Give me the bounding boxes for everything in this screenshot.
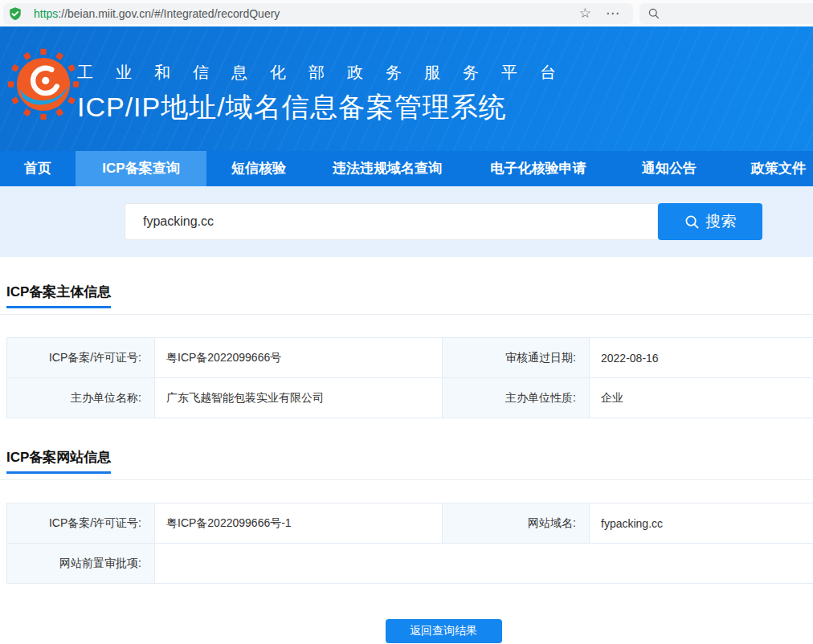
table-row: ICP备案/许可证号:粤ICP备2022099666号-1网站域名:fypack… (7, 503, 813, 544)
nav-item-home[interactable]: 首页 (0, 151, 76, 186)
system-title: ICP/IP地址/域名信息备案管理系统 (77, 89, 578, 126)
browser-search-box[interactable] (639, 3, 813, 24)
field-label: 网站前置审批项: (7, 544, 155, 584)
security-shield-icon (8, 6, 22, 21)
search-button[interactable]: 搜索 (658, 203, 762, 240)
field-label: ICP备案/许可证号: (7, 503, 155, 544)
nav-item-icp-record-query[interactable]: ICP备案查询 (76, 151, 206, 186)
field-value: 粤ICP备2022099666号 (155, 338, 443, 378)
section-divider (0, 314, 813, 315)
main-nav: 首页ICP备案查询短信核验违法违规域名查询电子化核验申请通知公告政策文件 (0, 151, 813, 186)
website-info-table: ICP备案/许可证号:粤ICP备2022099666号-1网站域名:fypack… (6, 503, 813, 584)
back-to-results-button[interactable]: 返回查询结果 (386, 619, 502, 643)
field-label: 主办单位性质: (443, 378, 590, 418)
field-value: 企业 (590, 378, 813, 418)
field-value: fypacking.cc (590, 503, 813, 544)
site-header: 工业和信息化部政务服务平台 ICP/IP地址/域名信息备案管理系统 (0, 26, 813, 151)
nav-item-e-verify-apply[interactable]: 电子化核验申请 (464, 151, 613, 186)
nav-item-policy-files[interactable]: 政策文件 (725, 151, 813, 186)
field-label: 主办单位名称: (7, 378, 155, 418)
url-display[interactable]: https://beian.miit.gov.cn/#/Integrated/r… (34, 7, 572, 20)
nav-item-illegal-domain-query[interactable]: 违法违规域名查询 (311, 151, 464, 186)
search-icon (648, 7, 660, 20)
nav-item-sms-verify[interactable]: 短信核验 (206, 151, 311, 186)
table-row: 网站前置审批项: (7, 544, 813, 584)
subject-info-heading: ICP备案主体信息 (6, 283, 111, 308)
subject-info-table: ICP备案/许可证号:粤ICP备2022099666号审核通过日期:2022-0… (6, 337, 813, 418)
site-logo (6, 47, 80, 121)
field-value: 粤ICP备2022099666号-1 (155, 503, 443, 544)
table-row: 主办单位名称:广东飞越智能包装实业有限公司主办单位性质:企业 (7, 378, 813, 418)
page-root: 工业和信息化部政务服务平台 ICP/IP地址/域名信息备案管理系统 首页ICP备… (0, 26, 813, 643)
more-options-icon[interactable]: ⋯ (599, 3, 627, 24)
browser-toolbar: https://beian.miit.gov.cn/#/Integrated/r… (0, 0, 813, 26)
url-scheme: https (34, 7, 58, 20)
website-info-heading: ICP备案网站信息 (6, 448, 111, 474)
platform-name: 工业和信息化部政务服务平台 (77, 62, 578, 84)
field-value (155, 544, 813, 584)
footer-area: 返回查询结果 (0, 619, 813, 643)
bookmark-star-icon[interactable]: ☆ (572, 3, 599, 24)
field-label: 审核通过日期: (443, 338, 590, 378)
search-group: 搜索 (125, 203, 762, 240)
field-label: ICP备案/许可证号: (7, 338, 155, 378)
search-section: 搜索 (0, 186, 813, 257)
table-row: ICP备案/许可证号:粤ICP备2022099666号审核通过日期:2022-0… (7, 338, 813, 378)
header-text-block: 工业和信息化部政务服务平台 ICP/IP地址/域名信息备案管理系统 (77, 62, 578, 126)
domain-search-input[interactable] (125, 203, 657, 240)
record-detail-content: ICP备案主体信息 ICP备案/许可证号:粤ICP备2022099666号审核通… (0, 257, 813, 643)
field-value: 广东飞越智能包装实业有限公司 (155, 378, 443, 418)
field-label: 网站域名: (443, 503, 590, 544)
search-icon (684, 214, 700, 230)
field-value: 2022-08-16 (590, 338, 813, 378)
url-path: ://beian.miit.gov.cn/#/Integrated/record… (58, 7, 280, 20)
address-bar[interactable]: https://beian.miit.gov.cn/#/Integrated/r… (3, 3, 633, 24)
search-button-label: 搜索 (706, 211, 737, 232)
nav-item-notices[interactable]: 通知公告 (613, 151, 725, 186)
section-divider (0, 479, 813, 480)
